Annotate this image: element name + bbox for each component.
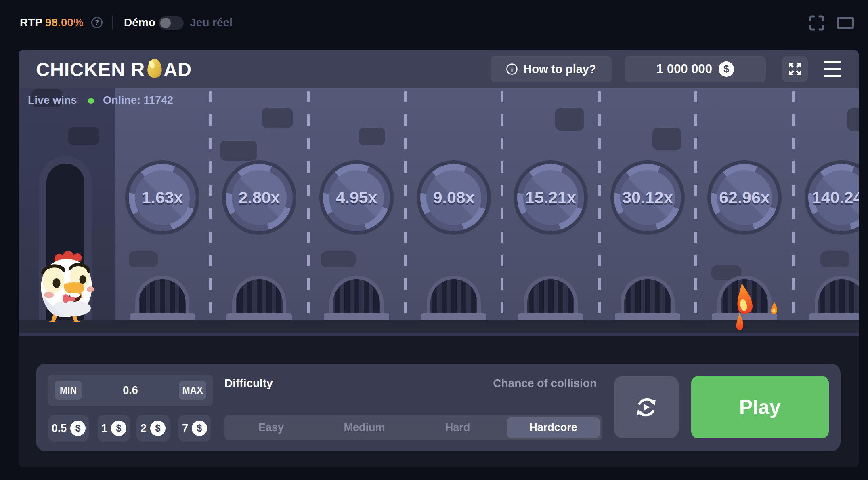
road-bump <box>820 251 849 267</box>
top-bar: RTP 98.00% ? Démo Jeu réel <box>0 0 868 50</box>
difficulty-easy[interactable]: Easy <box>224 415 318 440</box>
vent-grate <box>518 276 583 320</box>
multiplier-value: 15.21x <box>514 160 588 235</box>
game-window: CHICKEN R AD How to play? <box>19 50 859 467</box>
multiplier-disc[interactable]: 15.21x <box>514 160 588 235</box>
balance-display[interactable]: 1 000 000 $ <box>625 56 766 82</box>
autoplay-button[interactable] <box>614 376 679 438</box>
logo-text-2: AD <box>164 58 192 80</box>
bet-amount-box: MIN 0.6 MAX <box>48 375 213 406</box>
lane-divider <box>209 91 212 316</box>
rtp-help-icon[interactable]: ? <box>91 17 103 28</box>
demo-real-toggle[interactable] <box>159 16 184 30</box>
egg-icon <box>147 58 163 79</box>
balance-value: 1 000 000 <box>656 62 712 76</box>
dollar-coin-icon: $ <box>719 61 734 77</box>
difficulty-hardcore[interactable]: Hardcore <box>507 417 600 438</box>
chicken-road-logo: CHICKEN R AD <box>36 58 192 80</box>
quick-bet-value: 1 <box>101 422 107 435</box>
quick-bet-value: 2 <box>140 422 147 435</box>
chicken-character[interactable] <box>30 248 99 322</box>
quick-bet-button[interactable]: 7 $ <box>178 415 211 442</box>
dollar-coin-icon: $ <box>111 421 126 436</box>
road-bump <box>129 251 158 267</box>
flame-icon <box>713 274 794 335</box>
chicken-road-app: RTP 98.00% ? Démo Jeu réel CHICKEN R <box>0 0 868 480</box>
how-to-play-label: How to play? <box>523 63 596 76</box>
road-bump <box>262 108 293 128</box>
play-button[interactable]: Play <box>691 376 829 438</box>
lane-divider <box>307 91 310 316</box>
multiplier-value: 62.96x <box>707 160 782 235</box>
multiplier-value: 30.12x <box>610 160 685 235</box>
expand-game-button[interactable] <box>782 56 808 82</box>
multiplier-disc[interactable]: 140.24x <box>805 160 859 235</box>
multiplier-value: 4.95x <box>319 160 394 235</box>
vent-grate <box>615 276 680 320</box>
multiplier-disc[interactable]: 62.96x <box>707 160 782 235</box>
multiplier-disc[interactable]: 2.80x <box>222 160 296 235</box>
online-dot-icon <box>88 98 94 104</box>
toggle-knob <box>160 18 171 28</box>
dollar-coin-icon: $ <box>70 421 86 436</box>
logo-text-1: CHICKEN R <box>36 58 145 80</box>
multiplier-value: 2.80x <box>222 160 296 235</box>
theater-mode-icon[interactable] <box>837 17 854 29</box>
chance-of-collision-label: Chance of collision <box>395 377 597 390</box>
menu-hamburger-icon[interactable] <box>824 61 841 77</box>
vent-grate <box>226 276 292 320</box>
road-bump <box>652 128 681 150</box>
quick-bet-button[interactable]: 0.5 $ <box>48 415 89 442</box>
difficulty-hard[interactable]: Hard <box>411 415 504 440</box>
vent-grate <box>421 276 486 320</box>
rotate-arrows-icon <box>632 393 660 421</box>
expand-arrows-icon <box>787 61 803 77</box>
multiplier-disc[interactable]: 9.08x <box>417 160 491 235</box>
multiplier-disc[interactable]: 1.63x <box>125 160 199 235</box>
dollar-coin-icon: $ <box>150 421 166 436</box>
quick-bet-value: 7 <box>182 422 188 435</box>
road-bump <box>555 108 584 131</box>
rtp-value: 98.00% <box>45 16 84 29</box>
quick-bet-value: 0.5 <box>52 422 67 435</box>
demo-label: Démo <box>124 16 155 29</box>
multiplier-value: 140.24x <box>805 160 859 235</box>
lane-divider <box>598 91 601 316</box>
lane-divider <box>404 91 407 316</box>
dollar-coin-icon: $ <box>192 421 207 436</box>
vent-grate <box>324 276 389 320</box>
multiplier-value: 9.08x <box>417 160 491 235</box>
lane-divider <box>501 91 503 316</box>
how-to-play-button[interactable]: How to play? <box>491 56 612 82</box>
real-money-label: Jeu réel <box>190 16 233 29</box>
multiplier-value: 1.63x <box>125 160 199 235</box>
game-header: CHICKEN R AD How to play? <box>19 50 859 88</box>
live-wins-label[interactable]: Live wins <box>28 94 77 107</box>
topbar-divider <box>112 15 113 30</box>
road-bump <box>321 251 356 267</box>
difficulty-label: Difficulty <box>224 377 273 390</box>
road-bump <box>68 127 99 145</box>
info-icon <box>506 63 518 75</box>
lane-divider <box>694 91 697 316</box>
road-bump <box>220 141 257 161</box>
road-bump <box>847 108 859 131</box>
control-panel: MIN 0.6 MAX 0.5 $ 1 $ 2 $ 7 $ Difficulty… <box>36 364 841 451</box>
game-scene: Live wins Online: 11742 1.63x 2.80x 4.95… <box>19 88 859 336</box>
difficulty-selector: Easy Medium Hard Hardcore <box>224 415 602 440</box>
vent-grate <box>809 276 859 320</box>
quick-bet-button[interactable]: 2 $ <box>136 415 170 442</box>
rtp-label: RTP <box>20 16 42 29</box>
online-count: Online: 11742 <box>103 94 173 107</box>
multiplier-disc[interactable]: 30.12x <box>610 160 685 235</box>
road-bump <box>359 128 385 145</box>
bet-max-button[interactable]: MAX <box>179 381 206 400</box>
quick-bet-button[interactable]: 1 $ <box>98 415 130 442</box>
multiplier-disc[interactable]: 4.95x <box>319 160 394 235</box>
fullscreen-icon[interactable] <box>809 15 825 33</box>
vent-grate <box>130 276 195 320</box>
difficulty-medium[interactable]: Medium <box>318 415 411 440</box>
